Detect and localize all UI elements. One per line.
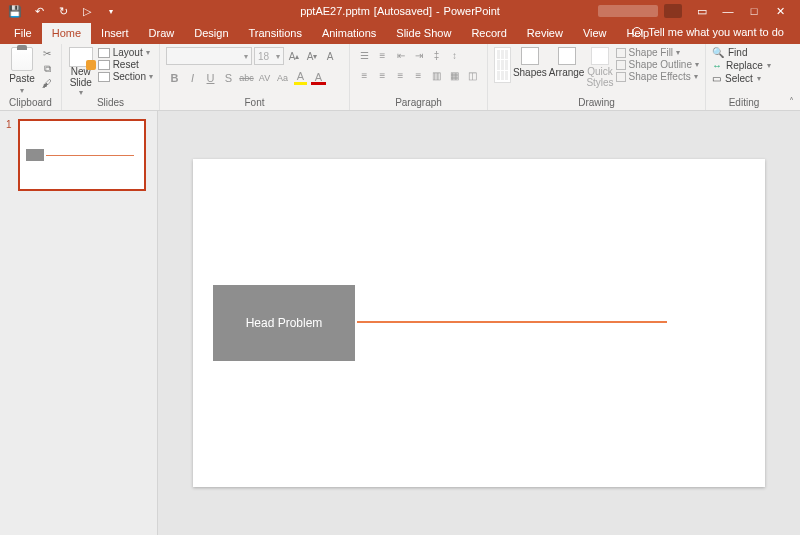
reset-icon (98, 60, 110, 70)
new-slide-label: New Slide (68, 67, 94, 88)
format-painter-icon[interactable]: 🖌 (40, 77, 54, 90)
numbering-icon[interactable]: ≡ (374, 47, 391, 63)
strikethrough-button[interactable]: abc (238, 69, 255, 86)
qat-customize-icon[interactable]: ▾ (104, 4, 118, 18)
save-icon[interactable]: 💾 (8, 4, 22, 18)
ribbon-display-icon[interactable]: ▭ (696, 5, 708, 17)
tab-transitions[interactable]: Transitions (239, 23, 312, 44)
shape-fill-button[interactable]: Shape Fill▾ (616, 47, 699, 58)
tab-file[interactable]: File (4, 23, 42, 44)
workspace: 1 Head Problem (0, 111, 800, 535)
thumbnail-preview[interactable] (18, 119, 146, 191)
quick-styles-button[interactable]: Quick Styles (586, 47, 613, 88)
text-direction-icon[interactable]: ↕ (446, 47, 463, 63)
section-label: Section (113, 71, 146, 82)
group-label-slides: Slides (62, 97, 159, 108)
newslide-dropdown-icon[interactable]: ▾ (79, 88, 83, 97)
quick-styles-icon (591, 47, 609, 65)
close-icon[interactable]: ✕ (774, 5, 786, 17)
increase-indent-icon[interactable]: ⇥ (410, 47, 427, 63)
align-text-icon[interactable]: ▦ (446, 67, 463, 83)
group-label-drawing: Drawing (488, 97, 705, 108)
user-name-blur (598, 5, 658, 17)
tab-slideshow[interactable]: Slide Show (386, 23, 461, 44)
justify-icon[interactable]: ≡ (410, 67, 427, 83)
tab-record[interactable]: Record (461, 23, 516, 44)
cut-icon[interactable]: ✂ (40, 47, 54, 60)
shape-outline-icon (616, 60, 626, 70)
collapse-ribbon-icon[interactable]: ˄ (789, 96, 794, 107)
title-right: ▭ — □ ✕ (598, 4, 800, 18)
start-from-beginning-icon[interactable]: ▷ (80, 4, 94, 18)
shape-effects-label: Shape Effects (629, 71, 691, 82)
char-spacing-button[interactable]: AV (256, 69, 273, 86)
new-slide-button[interactable]: New Slide ▾ (68, 47, 94, 97)
find-button[interactable]: 🔍Find (712, 47, 776, 58)
shapes-button[interactable]: Shapes (513, 47, 547, 78)
user-account[interactable] (598, 4, 682, 18)
undo-icon[interactable]: ↶ (32, 4, 46, 18)
ribbon-tabs: File Home Insert Draw Design Transitions… (0, 22, 800, 44)
ribbon: Paste ▾ ✂ ⧉ 🖌 Clipboard New Slide ▾ Layo… (0, 44, 800, 111)
paste-dropdown-icon[interactable]: ▾ (20, 86, 24, 95)
font-family-combo[interactable]: ▾ (166, 47, 252, 65)
decorative-line[interactable] (357, 321, 667, 323)
underline-button[interactable]: U (202, 69, 219, 86)
tab-view[interactable]: View (573, 23, 617, 44)
copy-icon[interactable]: ⧉ (40, 62, 54, 75)
arrange-icon (558, 47, 576, 65)
increase-font-icon[interactable]: A▴ (286, 48, 302, 64)
group-paragraph: ☰ ≡ ⇤ ⇥ ‡ ↕ ≡ ≡ ≡ ≡ ▥ ▦ ◫ Paragraph (350, 44, 488, 110)
tab-animations[interactable]: Animations (312, 23, 386, 44)
reset-label: Reset (113, 59, 139, 70)
bullets-icon[interactable]: ☰ (356, 47, 373, 63)
layout-button[interactable]: Layout▾ (98, 47, 153, 58)
change-case-button[interactable]: Aa (274, 69, 291, 86)
slide-canvas[interactable]: Head Problem (193, 159, 765, 487)
smartart-icon[interactable]: ◫ (464, 67, 481, 83)
reset-button[interactable]: Reset (98, 59, 153, 70)
replace-icon: ↔ (712, 60, 722, 71)
arrange-button[interactable]: Arrange (549, 47, 585, 78)
lightbulb-icon (632, 27, 642, 37)
line-spacing-icon[interactable]: ‡ (428, 47, 445, 63)
align-left-icon[interactable]: ≡ (356, 67, 373, 83)
shapes-gallery[interactable] (494, 47, 511, 83)
tab-review[interactable]: Review (517, 23, 573, 44)
shape-effects-button[interactable]: Shape Effects▾ (616, 71, 699, 82)
thumbnail-1[interactable]: 1 (6, 119, 151, 191)
font-color-button[interactable]: A (310, 69, 327, 86)
tell-me-search[interactable]: Tell me what you want to do (632, 26, 784, 38)
group-label-font: Font (160, 97, 349, 108)
font-highlight-button[interactable]: A (292, 69, 309, 86)
slide-editor-area[interactable]: Head Problem (158, 111, 800, 535)
maximize-icon[interactable]: □ (748, 5, 760, 17)
tab-home[interactable]: Home (42, 23, 91, 44)
replace-button[interactable]: ↔Replace▾ (712, 60, 776, 71)
minimize-icon[interactable]: — (722, 5, 734, 17)
text-shadow-button[interactable]: S (220, 69, 237, 86)
layout-label: Layout (113, 47, 143, 58)
redo-icon[interactable]: ↻ (56, 4, 70, 18)
bold-button[interactable]: B (166, 69, 183, 86)
italic-button[interactable]: I (184, 69, 201, 86)
tab-draw[interactable]: Draw (139, 23, 185, 44)
quick-access-toolbar: 💾 ↶ ↻ ▷ ▾ (0, 4, 118, 18)
clear-formatting-icon[interactable]: A (322, 48, 338, 64)
tab-insert[interactable]: Insert (91, 23, 139, 44)
group-label-editing: Editing (706, 97, 782, 108)
align-right-icon[interactable]: ≡ (392, 67, 409, 83)
title-placeholder[interactable]: Head Problem (213, 285, 355, 361)
font-color-swatch (311, 82, 326, 85)
select-button[interactable]: ▭Select▾ (712, 73, 776, 84)
columns-icon[interactable]: ▥ (428, 67, 445, 83)
tab-design[interactable]: Design (184, 23, 238, 44)
decrease-font-icon[interactable]: A▾ (304, 48, 320, 64)
font-size-combo[interactable]: 18▾ (254, 47, 284, 65)
shape-outline-button[interactable]: Shape Outline▾ (616, 59, 699, 70)
decrease-indent-icon[interactable]: ⇤ (392, 47, 409, 63)
slide-thumbnail-pane[interactable]: 1 (0, 111, 158, 535)
paste-button[interactable]: Paste ▾ (6, 47, 38, 95)
align-center-icon[interactable]: ≡ (374, 67, 391, 83)
section-button[interactable]: Section▾ (98, 71, 153, 82)
